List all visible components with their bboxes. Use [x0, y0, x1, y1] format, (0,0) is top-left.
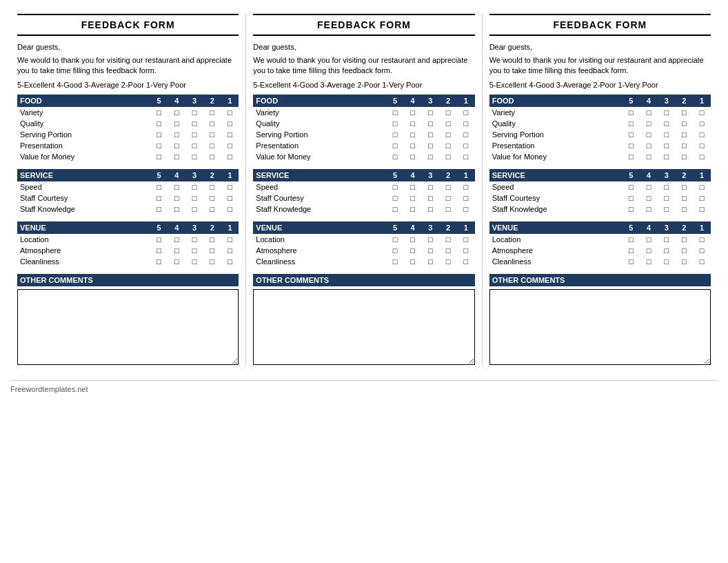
- venue-table-3: VENUE 5 4 3 2 1 Location □ □ □ □ □ Atmos…: [489, 221, 711, 267]
- service-label-1: SERVICE: [17, 169, 150, 181]
- intro-text-3: We would to thank you for visiting our r…: [489, 55, 711, 77]
- table-row: Variety □ □ □ □ □: [17, 107, 239, 118]
- greeting-3: Dear guests,: [489, 43, 711, 51]
- table-row: Staff Knowledge □ □ □ □ □: [17, 204, 239, 215]
- service-header-1: SERVICE 5 4 3 2 1: [17, 169, 239, 181]
- comments-textarea-1[interactable]: [17, 289, 239, 365]
- table-row: Speed □ □ □ □ □: [253, 181, 474, 192]
- table-row: Presentation □ □ □ □ □: [489, 140, 711, 151]
- form-column-2: FEEDBACK FORM Dear guests, We would to t…: [246, 14, 482, 366]
- comments-textarea-3[interactable]: [489, 289, 711, 365]
- form-column-3: FEEDBACK FORM Dear guests, We would to t…: [483, 14, 718, 366]
- table-row: Cleanliness □ □ □ □ □: [17, 256, 239, 267]
- scale-text-2: 5-Excellent 4-Good 3-Average 2-Poor 1-Ve…: [253, 81, 474, 89]
- comments-textarea-2[interactable]: [253, 289, 474, 365]
- table-row: Staff Knowledge □ □ □ □ □: [253, 204, 474, 215]
- footer: Freewordtemplates.net: [10, 380, 718, 393]
- comments-section-2: OTHER COMMENTS: [253, 274, 474, 366]
- form-title-3: FEEDBACK FORM: [489, 14, 711, 36]
- comments-header-2: OTHER COMMENTS: [253, 274, 474, 286]
- comments-section-3: OTHER COMMENTS: [489, 274, 711, 366]
- table-row: Speed □ □ □ □ □: [17, 181, 239, 192]
- table-row: Value for Money □ □ □ □ □: [253, 151, 474, 162]
- venue-header-1: VENUE 5 4 3 2 1: [17, 221, 239, 234]
- footer-text: Freewordtemplates.net: [10, 385, 88, 393]
- table-row: Serving Portion □ □ □ □ □: [253, 129, 474, 140]
- table-row: Value for Money □ □ □ □ □: [17, 151, 239, 162]
- table-row: Staff Knowledge □ □ □ □ □: [489, 204, 711, 215]
- table-row: Serving Portion □ □ □ □ □: [17, 129, 239, 140]
- table-row: Cleanliness □ □ □ □ □: [489, 256, 711, 267]
- service-header-2: SERVICE 5 4 3 2 1: [253, 169, 474, 181]
- scale-text-1: 5-Excellent 4-Good 3-Average 2-Poor 1-Ve…: [17, 81, 239, 89]
- page-container: FEEDBACK FORM Dear guests, We would to t…: [10, 14, 718, 393]
- form-title-1: FEEDBACK FORM: [17, 14, 239, 36]
- food-header-3: FOOD 5 4 3 2 1: [489, 95, 711, 107]
- food-table-2: FOOD 5 4 3 2 1 Variety □ □ □ □ □ Quality: [253, 95, 474, 162]
- venue-label-1: VENUE: [17, 221, 150, 234]
- food-table-1: FOOD 5 4 3 2 1 Variety □ □ □ □ □ Quality: [17, 95, 239, 162]
- table-row: Staff Courtesy □ □ □ □ □: [17, 192, 239, 204]
- form-column-1: FEEDBACK FORM Dear guests, We would to t…: [10, 14, 246, 366]
- table-row: Location □ □ □ □ □: [253, 234, 474, 245]
- scale-text-3: 5-Excellent 4-Good 3-Average 2-Poor 1-Ve…: [489, 81, 711, 89]
- table-row: Staff Courtesy □ □ □ □ □: [253, 192, 474, 204]
- forms-row: FEEDBACK FORM Dear guests, We would to t…: [10, 14, 718, 366]
- greeting-2: Dear guests,: [253, 43, 474, 51]
- table-row: Presentation □ □ □ □ □: [17, 140, 239, 151]
- table-row: Atmosphere □ □ □ □ □: [253, 245, 474, 256]
- food-header-1: FOOD 5 4 3 2 1: [17, 95, 239, 107]
- table-row: Variety □ □ □ □ □: [253, 107, 474, 118]
- service-table-2: SERVICE 5 4 3 2 1 Speed □ □ □ □ □ Staff …: [253, 169, 474, 215]
- comments-header-3: OTHER COMMENTS: [489, 274, 711, 286]
- table-row: Quality □ □ □ □ □: [17, 118, 239, 129]
- table-row: Cleanliness □ □ □ □ □: [253, 256, 474, 267]
- food-header-2: FOOD 5 4 3 2 1: [253, 95, 474, 107]
- service-table-1: SERVICE 5 4 3 2 1 Speed □ □ □ □ □ Staff …: [17, 169, 239, 215]
- food-label-1: FOOD: [17, 95, 150, 107]
- intro-text-2: We would to thank you for visiting our r…: [253, 55, 474, 77]
- table-row: Quality □ □ □ □ □: [253, 118, 474, 129]
- form-title-2: FEEDBACK FORM: [253, 14, 474, 36]
- comments-section-1: OTHER COMMENTS: [17, 274, 239, 366]
- intro-text-1: We would to thank you for visiting our r…: [17, 55, 239, 77]
- food-table-3: FOOD 5 4 3 2 1 Variety □ □ □ □ □ Quality: [489, 95, 711, 162]
- table-row: Location □ □ □ □ □: [17, 234, 239, 245]
- table-row: Location □ □ □ □ □: [489, 234, 711, 245]
- table-row: Serving Portion □ □ □ □ □: [489, 129, 711, 140]
- service-header-3: SERVICE 5 4 3 2 1: [489, 169, 711, 181]
- venue-header-3: VENUE 5 4 3 2 1: [489, 221, 711, 234]
- table-row: Atmosphere □ □ □ □ □: [489, 245, 711, 256]
- venue-table-1: VENUE 5 4 3 2 1 Location □ □ □ □ □ Atmos…: [17, 221, 239, 267]
- table-row: Staff Courtesy □ □ □ □ □: [489, 192, 711, 204]
- greeting-1: Dear guests,: [17, 43, 239, 51]
- venue-table-2: VENUE 5 4 3 2 1 Location □ □ □ □ □ Atmos…: [253, 221, 474, 267]
- table-row: Variety □ □ □ □ □: [489, 107, 711, 118]
- table-row: Quality □ □ □ □ □: [489, 118, 711, 129]
- table-row: Atmosphere □ □ □ □ □: [17, 245, 239, 256]
- venue-header-2: VENUE 5 4 3 2 1: [253, 221, 474, 234]
- table-row: Value for Money □ □ □ □ □: [489, 151, 711, 162]
- comments-header-1: OTHER COMMENTS: [17, 274, 239, 286]
- service-table-3: SERVICE 5 4 3 2 1 Speed □ □ □ □ □ Staff …: [489, 169, 711, 215]
- table-row: Speed □ □ □ □ □: [489, 181, 711, 192]
- table-row: Presentation □ □ □ □ □: [253, 140, 474, 151]
